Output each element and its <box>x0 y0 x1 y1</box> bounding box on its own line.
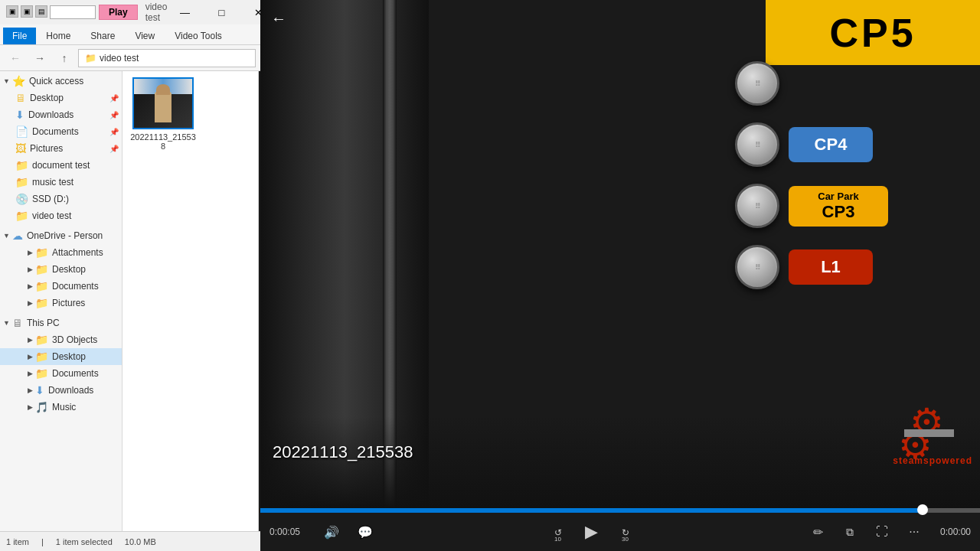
sidebar-item-downloads-pc[interactable]: ▶ ⬇ Downloads <box>0 382 122 399</box>
sidebar-item-od-documents[interactable]: ▶ 📁 Documents <box>0 278 122 295</box>
fullscreen-button[interactable]: ⛶ <box>868 518 896 546</box>
forward-button[interactable]: ↻ 30 <box>612 518 639 546</box>
volume-button[interactable]: 🔊 <box>318 518 345 546</box>
volume-icon: 🔊 <box>324 525 339 540</box>
sidebar-item-ssd[interactable]: 💿 SSD (D:) <box>0 191 122 207</box>
sidebar-section-onedrive: ▼ ☁ OneDrive - Person ▶ 📁 Attachments ▶ … <box>0 226 122 313</box>
floor-row-l1: ⠿ L1 <box>735 245 888 289</box>
file-size: 10.0 MB <box>125 537 156 546</box>
sidebar-item-desktop-pc[interactable]: ▶ 📁 Desktop <box>0 348 122 365</box>
folder-icon: 🖥 <box>15 92 26 104</box>
edit-button[interactable]: ✏ <box>804 518 831 546</box>
nav-up-button[interactable]: ↑ <box>54 48 75 68</box>
downloads-icon: ⬇ <box>35 384 44 396</box>
caption-button[interactable]: 💬 <box>351 518 379 546</box>
sidebar-item-downloads[interactable]: ⬇ Downloads 📌 <box>0 106 122 123</box>
video-back-button[interactable]: ← <box>266 6 291 31</box>
video-controls: 0:00:05 🔊 💬 ↺ 10 ▶ ↻ <box>260 513 980 551</box>
floor-button-l1[interactable]: ⠿ <box>735 245 779 289</box>
sidebar-item-label: Pictures <box>30 143 63 154</box>
sidebar-item-pictures[interactable]: 🖼 Pictures 📌 <box>0 140 122 157</box>
chevron-right-icon: ▶ <box>28 282 33 290</box>
video-title-overlay: 20221113_215538 <box>273 442 413 462</box>
folder-icon: 📁 <box>35 263 48 276</box>
sidebar: ▼ ⭐ Quick access 🖥 Desktop 📌 ⬇ Downloads… <box>0 71 122 531</box>
tab-home[interactable]: Home <box>36 27 80 44</box>
minimize-button[interactable]: ― <box>167 2 202 23</box>
forward-label: 30 <box>622 536 629 543</box>
tab-share[interactable]: Share <box>80 27 125 44</box>
video-title-text: 20221113_215538 <box>273 442 413 461</box>
sidebar-item-label: Documents <box>52 368 99 379</box>
folder-icon: 📁 <box>35 367 48 380</box>
sidebar-item-documents[interactable]: 📄 Documents 📌 <box>0 123 122 140</box>
file-thumbnail[interactable]: 20221113_215538 <box>129 77 198 151</box>
sidebar-item-label: Documents <box>32 126 79 137</box>
sidebar-item-3d-objects[interactable]: ▶ 📁 3D Objects <box>0 331 122 348</box>
path-text: video test <box>100 53 139 64</box>
window-title-label: video test <box>145 2 168 23</box>
sidebar-item-label: Desktop <box>30 93 64 103</box>
sidebar-item-label: 3D Objects <box>52 334 97 345</box>
sidebar-item-music-pc[interactable]: ▶ 🎵 Music <box>0 399 122 416</box>
sidebar-item-label: music test <box>32 177 74 187</box>
chevron-down-icon: ▼ <box>3 319 10 327</box>
sidebar-item-label: Desktop <box>52 351 86 362</box>
sidebar-section-this-pc: ▼ 🖥 This PC ▶ 📁 3D Objects ▶ 📁 Desktop <box>0 313 122 417</box>
toolbar-icon-2[interactable]: ▣ <box>21 5 33 18</box>
more-button[interactable]: ··· <box>900 518 928 546</box>
total-time: 0:00:00 <box>933 527 971 537</box>
toolbar-icon-1[interactable]: ▣ <box>6 5 18 18</box>
folder-icon: 📁 <box>35 246 48 259</box>
progress-fill <box>260 508 923 513</box>
video-progress-bar[interactable] <box>260 508 980 513</box>
rewind-button[interactable]: ↺ 10 <box>544 518 572 546</box>
sidebar-item-desktop[interactable]: 🖥 Desktop 📌 <box>0 90 122 106</box>
folder-icon: 📁 <box>15 176 28 188</box>
pip-icon: ⧉ <box>846 526 854 539</box>
floor-button-cp4[interactable]: ⠿ <box>735 122 779 167</box>
tab-view[interactable]: View <box>125 27 165 44</box>
sidebar-item-od-pictures[interactable]: ▶ 📁 Pictures <box>0 295 122 311</box>
sidebar-group-onedrive[interactable]: ▼ ☁ OneDrive - Person <box>0 227 122 244</box>
address-path[interactable]: 📁 video test <box>78 49 256 67</box>
sidebar-item-label: Downloads <box>48 385 93 396</box>
onedrive-icon: ☁ <box>12 230 23 242</box>
sidebar-item-label: Music <box>52 402 76 412</box>
current-time: 0:00:05 <box>270 527 312 537</box>
sidebar-item-label: document test <box>32 160 90 171</box>
sidebar-item-video-test[interactable]: 📁 video test <box>0 207 122 224</box>
sidebar-item-label: Attachments <box>52 247 103 258</box>
sidebar-item-document-test[interactable]: 📁 document test <box>0 157 122 174</box>
sidebar-group-quick-access[interactable]: ▼ ⭐ Quick access <box>0 73 122 90</box>
play-pause-button[interactable]: ▶ <box>578 518 606 546</box>
sidebar-item-od-attachments[interactable]: ▶ 📁 Attachments <box>0 244 122 261</box>
sidebar-item-music-test[interactable]: 📁 music test <box>0 174 122 191</box>
sidebar-item-label: Desktop <box>52 264 86 275</box>
status-bar: 1 item | 1 item selected 10.0 MB <box>0 531 260 551</box>
pip-button[interactable]: ⧉ <box>836 518 864 546</box>
chevron-right-icon: ▶ <box>28 353 33 360</box>
selection-info: | <box>41 537 44 546</box>
tab-file[interactable]: File <box>3 28 36 44</box>
steamspowered-watermark: ⚙ ⚙ steamspowered <box>893 400 972 466</box>
floor-button-cp5[interactable]: ⠿ <box>735 61 779 106</box>
quick-access-toolbar <box>50 5 96 19</box>
folder-icon: 📁 <box>35 334 48 346</box>
maximize-button[interactable]: □ <box>204 2 239 23</box>
chevron-right-icon: ▶ <box>28 336 33 344</box>
tab-video-tools[interactable]: Video Tools <box>165 27 232 44</box>
sidebar-item-documents-pc[interactable]: ▶ 📁 Documents <box>0 365 122 382</box>
pin-icon: 📌 <box>109 145 119 153</box>
nav-forward-button[interactable]: → <box>29 48 51 68</box>
chevron-right-icon: ▶ <box>28 299 33 307</box>
nav-back-button[interactable]: ← <box>5 48 26 68</box>
play-button[interactable]: Play <box>99 5 138 20</box>
sidebar-item-od-desktop[interactable]: ▶ 📁 Desktop <box>0 261 122 278</box>
file-area: 20221113_215538 <box>122 71 259 531</box>
floor-button-cp3[interactable]: ⠿ <box>735 184 779 228</box>
toolbar-icon-3[interactable]: ▤ <box>35 5 47 18</box>
sidebar-group-this-pc[interactable]: ▼ 🖥 This PC <box>0 315 122 331</box>
sidebar-item-label: SSD (D:) <box>32 194 69 204</box>
folder-icon: 📄 <box>15 126 28 138</box>
